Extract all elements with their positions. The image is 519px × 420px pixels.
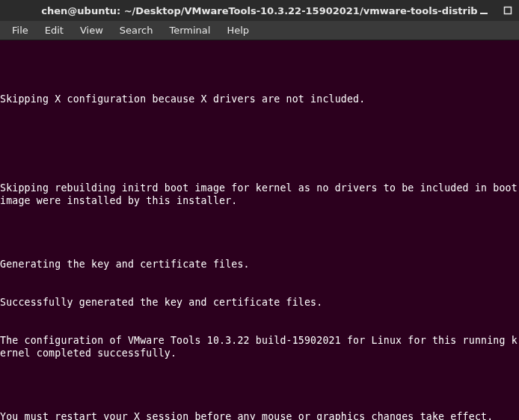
svg-rect-0 bbox=[480, 13, 488, 14]
window-title: chen@ubuntu: ~/Desktop/VMwareTools-10.3.… bbox=[41, 5, 477, 16]
window-controls bbox=[479, 5, 513, 16]
titlebar: chen@ubuntu: ~/Desktop/VMwareTools-10.3.… bbox=[0, 0, 519, 21]
terminal-line: Successfully generated the key and certi… bbox=[0, 296, 519, 309]
menubar: File Edit View Search Terminal Help bbox=[0, 21, 519, 40]
menu-view[interactable]: View bbox=[73, 22, 111, 38]
terminal-line: The configuration of VMware Tools 10.3.2… bbox=[0, 334, 519, 359]
terminal-line: Skipping X configuration because X drive… bbox=[0, 93, 519, 105]
terminal-line: You must restart your X session before a… bbox=[0, 410, 519, 420]
menu-edit[interactable]: Edit bbox=[37, 22, 71, 38]
svg-rect-1 bbox=[505, 7, 512, 14]
terminal-output[interactable]: Skipping X configuration because X drive… bbox=[0, 40, 519, 420]
minimize-button[interactable] bbox=[479, 5, 489, 16]
maximize-button[interactable] bbox=[503, 5, 513, 16]
menu-terminal[interactable]: Terminal bbox=[162, 22, 218, 38]
menu-help[interactable]: Help bbox=[219, 22, 257, 38]
menu-search[interactable]: Search bbox=[112, 22, 161, 38]
menu-file[interactable]: File bbox=[4, 22, 36, 38]
terminal-line: Generating the key and certificate files… bbox=[0, 258, 519, 271]
terminal-line: Skipping rebuilding initrd boot image fo… bbox=[0, 182, 519, 207]
